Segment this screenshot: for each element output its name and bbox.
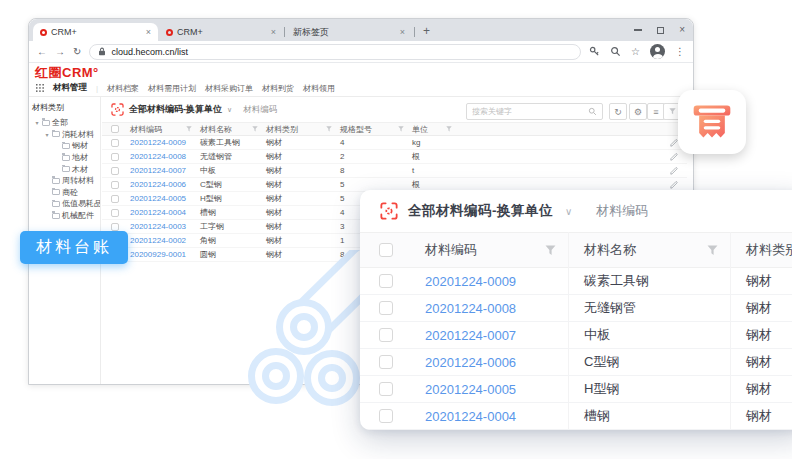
close-window-icon[interactable]: × [679, 25, 685, 35]
tab-close-icon[interactable]: × [394, 27, 405, 37]
nav-item-arrival[interactable]: 材料到货 [262, 83, 294, 94]
cell-material-code[interactable]: 20201224-0005 [408, 382, 570, 397]
forward-icon[interactable]: → [55, 47, 65, 57]
cell-material-code[interactable]: 20201224-0004 [128, 208, 198, 217]
cell-material-code[interactable]: 20201224-0008 [128, 152, 198, 161]
table-row[interactable]: 20201224-0004 槽钢 钢材 [360, 403, 792, 430]
funnel-icon[interactable] [186, 126, 192, 132]
new-tab-button[interactable]: + [419, 22, 434, 40]
table-row[interactable]: 20201224-0006 C型钢 钢材 [360, 349, 792, 376]
header-cell-code[interactable]: 材料编码 [128, 123, 198, 135]
tree-caret-icon[interactable]: ▾ [34, 119, 40, 126]
funnel-icon[interactable] [252, 126, 258, 132]
select-all-checkbox[interactable] [379, 243, 393, 257]
row-checkbox[interactable] [379, 382, 393, 396]
cell-material-code[interactable]: 20201224-0006 [408, 355, 570, 370]
edit-pencil-icon[interactable] [670, 181, 678, 189]
header-cell-unit[interactable]: 单位 [410, 123, 458, 135]
row-checkbox[interactable] [379, 409, 393, 423]
cell-material-code[interactable]: 20201224-0004 [408, 409, 570, 424]
edit-pencil-icon[interactable] [670, 139, 678, 147]
row-checkbox[interactable] [111, 223, 119, 231]
refresh-button[interactable]: ↻ [609, 103, 627, 120]
zoom-icon[interactable] [610, 46, 621, 57]
row-checkbox[interactable] [379, 355, 393, 369]
tree-node[interactable]: 周转材料 [32, 175, 98, 187]
browser-tab-1[interactable]: CRM+ × [33, 23, 158, 41]
search-icon[interactable] [588, 107, 597, 116]
nav-item-purchase-order[interactable]: 材料采购订单 [205, 83, 253, 94]
cell-material-code[interactable]: 20201224-0008 [408, 301, 570, 316]
view-dropdown-caret-icon[interactable]: ∨ [227, 106, 232, 114]
row-checkbox[interactable] [111, 167, 119, 175]
browser-menu-icon[interactable]: ⋮ [675, 46, 685, 57]
apps-grid-icon[interactable] [36, 84, 44, 92]
list-view-title[interactable]: 全部材料编码-换算单位 [129, 103, 222, 116]
cell-material-code[interactable]: 20201224-0003 [128, 222, 198, 231]
tree-caret-icon[interactable]: ▾ [44, 131, 50, 138]
row-checkbox[interactable] [111, 139, 119, 147]
header-cell-name[interactable]: 材料名称 [570, 241, 732, 259]
header-cell-category[interactable]: 材料类别 [264, 123, 338, 135]
url-field[interactable]: cloud.hecom.cn/list [89, 44, 581, 60]
tree-node[interactable]: 地材 [32, 152, 98, 164]
cell-material-code[interactable]: 20201224-0006 [128, 180, 198, 189]
reload-icon[interactable]: ↻ [73, 47, 81, 57]
column-settings-button[interactable]: ⚙ [629, 103, 647, 120]
tree-node[interactable]: 木材 [32, 163, 98, 175]
maximize-icon[interactable] [657, 27, 664, 34]
browser-tab-3[interactable]: 新标签页 × [286, 23, 412, 41]
table-row[interactable]: 20201224-0009 碳素工具钢 钢材 4 kg [102, 136, 687, 150]
profile-avatar[interactable] [650, 44, 665, 59]
cell-material-code[interactable]: 20201224-0002 [128, 236, 198, 245]
tab-close-icon[interactable]: × [140, 27, 151, 37]
cell-material-code[interactable]: 20200929-0001 [128, 250, 198, 259]
back-icon[interactable]: ← [37, 47, 47, 57]
header-cell-code[interactable]: 材料编码 [408, 241, 570, 259]
nav-menu-label[interactable]: 材料管理 [53, 82, 87, 94]
row-checkbox[interactable] [379, 301, 393, 315]
tree-node[interactable]: ▾ 消耗材料 [32, 129, 98, 141]
cell-material-code[interactable]: 20201224-0007 [128, 166, 198, 175]
funnel-icon[interactable] [326, 126, 332, 132]
row-checkbox[interactable] [379, 274, 393, 288]
overlay-title[interactable]: 全部材料编码-换算单位 [408, 202, 553, 220]
tree-node[interactable]: 低值易耗品 [32, 198, 98, 210]
header-cell-category[interactable]: 材料类别 [732, 241, 792, 259]
tab-close-icon[interactable]: × [265, 27, 276, 37]
cell-material-code[interactable]: 20201224-0009 [128, 138, 198, 147]
tree-node[interactable]: ▾ 全部 [32, 117, 98, 129]
table-row[interactable]: 20201224-0007 中板 钢材 8 t [102, 164, 687, 178]
row-checkbox[interactable] [111, 181, 119, 189]
table-row[interactable]: 20201224-0008 无缝钢管 钢材 [360, 295, 792, 322]
edit-pencil-icon[interactable] [670, 167, 678, 175]
funnel-icon[interactable] [707, 245, 718, 256]
nav-item-requisition[interactable]: 材料领用 [303, 83, 335, 94]
funnel-icon[interactable] [446, 126, 452, 132]
key-icon[interactable] [589, 46, 600, 57]
select-all-checkbox[interactable] [111, 125, 119, 133]
cell-material-code[interactable]: 20201224-0007 [408, 328, 570, 343]
table-row[interactable]: 20201224-0009 碳素工具钢 钢材 [360, 268, 792, 295]
row-checkbox[interactable] [379, 328, 393, 342]
row-checkbox[interactable] [111, 153, 119, 161]
funnel-icon[interactable] [398, 126, 404, 132]
cell-material-code[interactable]: 20201224-0009 [408, 274, 570, 289]
row-checkbox[interactable] [111, 195, 119, 203]
tree-node[interactable]: 钢材 [32, 140, 98, 152]
view-dropdown-caret-icon[interactable]: ∨ [565, 206, 572, 217]
header-cell-name[interactable]: 材料名称 [198, 123, 264, 135]
bookmark-star-icon[interactable]: ☆ [631, 46, 640, 57]
tree-node[interactable]: 机械配件 [32, 210, 98, 222]
table-row[interactable]: 20201224-0005 H型钢 钢材 [360, 376, 792, 403]
row-checkbox[interactable] [111, 209, 119, 217]
table-row[interactable]: 20201224-0007 中板 钢材 [360, 322, 792, 349]
header-cell-spec[interactable]: 规格型号 [338, 123, 410, 135]
tree-node[interactable]: 商砼 [32, 187, 98, 199]
cell-material-code[interactable]: 20201224-0005 [128, 194, 198, 203]
nav-item-archives[interactable]: 材料档案 [107, 83, 139, 94]
nav-item-demand-plan[interactable]: 材料需用计划 [148, 83, 196, 94]
minimize-icon[interactable] [634, 29, 642, 31]
search-input[interactable] [472, 107, 588, 116]
browser-tab-2[interactable]: CRM+ × [159, 23, 283, 41]
